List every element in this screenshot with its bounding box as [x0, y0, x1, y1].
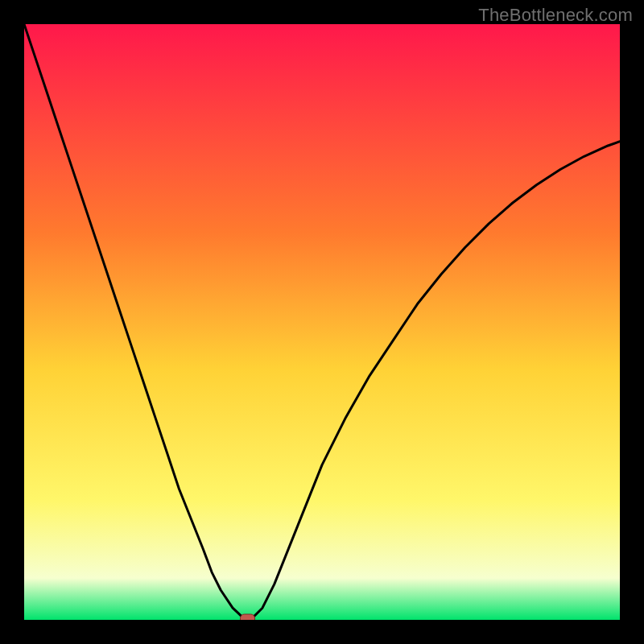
plot-area	[24, 24, 620, 620]
chart-frame: TheBottleneck.com	[0, 0, 644, 644]
gradient-background	[24, 24, 620, 620]
watermark-text: TheBottleneck.com	[478, 5, 633, 26]
plot-svg	[24, 24, 620, 620]
optimal-marker	[241, 614, 255, 620]
